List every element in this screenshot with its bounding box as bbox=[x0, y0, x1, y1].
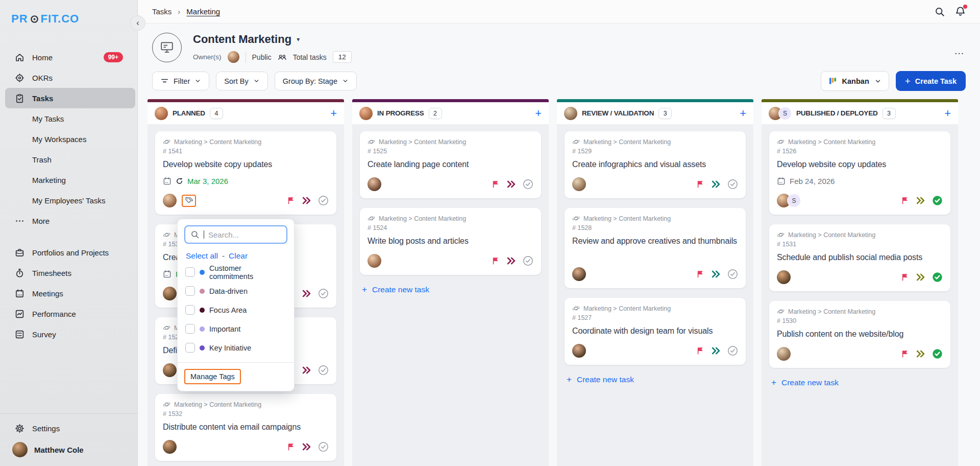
workspace-more-button[interactable]: … bbox=[954, 33, 966, 57]
flag-icon[interactable] bbox=[286, 442, 295, 451]
view-selector-kanban[interactable]: Kanban bbox=[821, 71, 889, 91]
text-cursor bbox=[204, 230, 204, 239]
sidebar-collapse-button[interactable]: ‹ bbox=[130, 15, 145, 31]
sidebar-item-my-workspaces[interactable]: My Workspaces bbox=[0, 129, 137, 149]
tag-checkbox[interactable] bbox=[185, 343, 195, 353]
check-circle-icon[interactable] bbox=[318, 195, 329, 206]
completed-check-icon[interactable] bbox=[932, 348, 943, 359]
task-title: Coordinate with design team for visuals bbox=[572, 327, 738, 336]
task-card[interactable]: Marketing > Content Marketing# 1528Revie… bbox=[565, 208, 746, 288]
meta-divider bbox=[246, 52, 246, 63]
column-add-task-button[interactable]: + bbox=[330, 108, 337, 119]
sidebar-user[interactable]: Matthew Cole bbox=[0, 438, 137, 461]
task-card[interactable]: Marketing > Content Marketing# 1526Devel… bbox=[769, 131, 950, 215]
sidebar-item-my-employees-tasks[interactable]: My Employees' Tasks bbox=[0, 190, 137, 211]
completed-check-icon[interactable] bbox=[932, 272, 943, 283]
tag-checkbox[interactable] bbox=[185, 324, 195, 334]
fast-forward-icon[interactable] bbox=[711, 269, 721, 279]
tag-option-focus-area[interactable]: Focus Area bbox=[184, 300, 287, 319]
fast-forward-icon[interactable] bbox=[302, 442, 311, 452]
breadcrumb-tasks[interactable]: Tasks bbox=[152, 7, 172, 16]
sidebar-item-trash[interactable]: Trash bbox=[0, 149, 137, 170]
task-card[interactable]: Marketing > Content Marketing# 1530Publi… bbox=[769, 301, 950, 368]
tag-checkbox[interactable] bbox=[185, 305, 195, 315]
task-card[interactable]: Marketing > Content Marketing# 1527Coord… bbox=[565, 298, 746, 365]
task-card[interactable]: Marketing > Content Marketing# 1531Sched… bbox=[769, 224, 950, 291]
flag-icon[interactable] bbox=[900, 196, 909, 205]
create-new-task-link[interactable]: +Create new task bbox=[362, 285, 541, 295]
group-by-button[interactable]: Group By: Stage bbox=[275, 72, 357, 90]
fast-forward-icon[interactable] bbox=[506, 256, 516, 266]
fast-forward-icon[interactable] bbox=[711, 346, 721, 356]
flag-icon[interactable] bbox=[696, 180, 704, 189]
fast-forward-icon[interactable] bbox=[302, 196, 311, 205]
title-caret-icon[interactable]: ▾ bbox=[297, 36, 300, 43]
manage-tags-button[interactable]: Manage Tags bbox=[184, 369, 241, 384]
fast-forward-icon[interactable] bbox=[506, 179, 516, 189]
task-card[interactable]: Marketing > Content Marketing# 1541Devel… bbox=[155, 131, 336, 215]
check-circle-icon[interactable] bbox=[727, 179, 738, 190]
column-add-task-button[interactable]: + bbox=[944, 108, 951, 119]
clear-link[interactable]: Clear bbox=[229, 251, 248, 261]
column-add-task-button[interactable]: + bbox=[535, 108, 542, 119]
filter-button[interactable]: Filter bbox=[152, 72, 209, 90]
check-circle-icon[interactable] bbox=[523, 179, 533, 190]
tag-filter-button[interactable] bbox=[182, 195, 196, 207]
check-circle-icon[interactable] bbox=[727, 269, 738, 279]
task-card[interactable]: Marketing > Content Marketing# 1532Distr… bbox=[155, 394, 336, 461]
flag-icon[interactable] bbox=[491, 180, 500, 189]
sidebar-item-okrs[interactable]: OKRs bbox=[0, 67, 137, 88]
fast-forward-icon[interactable] bbox=[302, 289, 311, 298]
tag-checkbox[interactable] bbox=[185, 267, 195, 277]
tag-option-customer-commitments[interactable]: Customer commitments bbox=[184, 263, 287, 282]
sidebar-item-settings[interactable]: Settings bbox=[0, 418, 137, 438]
check-circle-icon[interactable] bbox=[318, 365, 329, 376]
flag-icon[interactable] bbox=[900, 273, 909, 282]
sidebar-item-my-tasks[interactable]: My Tasks bbox=[0, 108, 137, 129]
check-circle-icon[interactable] bbox=[318, 288, 329, 299]
completed-check-icon[interactable] bbox=[932, 195, 943, 206]
sidebar-item-label: Marketing bbox=[32, 176, 66, 184]
tag-checkbox[interactable] bbox=[185, 286, 195, 296]
task-card[interactable]: Marketing > Content Marketing# 1524Write… bbox=[360, 208, 541, 275]
sidebar-item-portfolios-and-projects[interactable]: Portfolios and Projects bbox=[0, 242, 137, 263]
owner-avatar[interactable] bbox=[228, 51, 239, 63]
sidebar-item-more[interactable]: More bbox=[0, 211, 137, 231]
create-new-task-link[interactable]: +Create new task bbox=[567, 375, 746, 385]
flag-icon[interactable] bbox=[286, 196, 295, 205]
select-all-link[interactable]: Select all bbox=[186, 251, 218, 261]
tag-option-data-driven[interactable]: Data-driven bbox=[184, 282, 287, 300]
sidebar-item-timesheets[interactable]: Timesheets bbox=[0, 263, 137, 283]
search-icon[interactable] bbox=[935, 7, 945, 17]
fast-forward-icon[interactable] bbox=[711, 179, 721, 189]
sidebar-item-meetings[interactable]: Meetings bbox=[0, 283, 137, 304]
check-circle-icon[interactable] bbox=[318, 441, 329, 452]
sort-by-button[interactable]: Sort By bbox=[216, 72, 268, 90]
sidebar-item-performance[interactable]: Performance bbox=[0, 304, 137, 324]
column-add-task-button[interactable]: + bbox=[740, 108, 746, 119]
fast-forward-icon[interactable] bbox=[916, 272, 925, 282]
tag-option-key-initiative[interactable]: Key Initiative bbox=[184, 338, 287, 357]
fast-forward-icon[interactable] bbox=[916, 196, 925, 205]
tag-option-important[interactable]: Important bbox=[184, 319, 287, 338]
check-circle-icon[interactable] bbox=[523, 255, 533, 266]
sidebar-item-tasks[interactable]: Tasks bbox=[5, 88, 135, 108]
flag-icon[interactable] bbox=[900, 350, 909, 358]
group-by-label: Group By: Stage bbox=[283, 77, 337, 85]
fast-forward-icon[interactable] bbox=[916, 349, 925, 359]
flag-icon[interactable] bbox=[491, 257, 500, 265]
sidebar-item-survey[interactable]: Survey bbox=[0, 324, 137, 344]
create-new-task-link[interactable]: +Create new task bbox=[771, 378, 950, 388]
fast-forward-icon[interactable] bbox=[302, 365, 311, 375]
breadcrumb-marketing[interactable]: Marketing bbox=[186, 7, 220, 16]
sidebar-item-marketing[interactable]: Marketing bbox=[0, 170, 137, 190]
check-circle-icon[interactable] bbox=[727, 345, 738, 356]
create-task-button[interactable]: + Create Task bbox=[896, 71, 966, 91]
sidebar-item-home[interactable]: Home99+ bbox=[0, 47, 137, 67]
notifications-bell-icon[interactable] bbox=[955, 6, 966, 17]
flag-icon[interactable] bbox=[696, 346, 704, 355]
task-card[interactable]: Marketing > Content Marketing# 1525Creat… bbox=[360, 131, 541, 198]
flag-icon[interactable] bbox=[696, 270, 704, 278]
task-card[interactable]: Marketing > Content Marketing# 1529Creat… bbox=[565, 131, 746, 198]
tag-search-input[interactable]: Search... bbox=[184, 225, 287, 244]
